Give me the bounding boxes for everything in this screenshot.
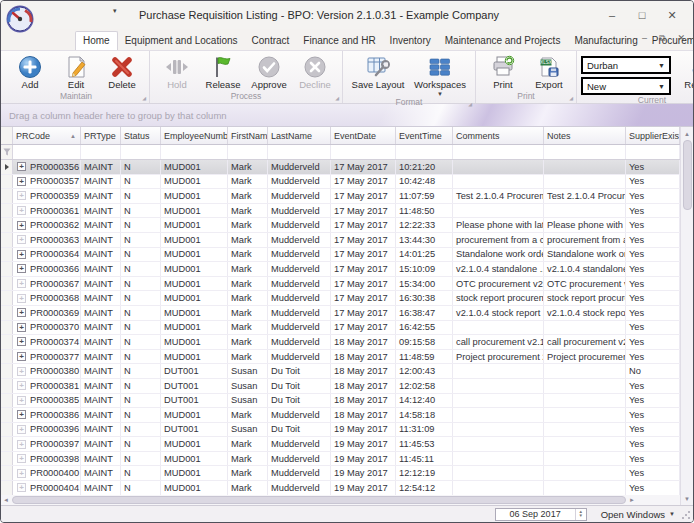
filter-cell[interactable] (268, 145, 331, 159)
filter-cell[interactable] (544, 145, 626, 159)
tab-contract[interactable]: Contract (245, 32, 297, 50)
filter-cell[interactable] (396, 145, 453, 159)
tab-equipment-and-locations[interactable]: Equipment and Locations (118, 32, 245, 50)
scroll-up-icon[interactable]: ▲ (681, 127, 694, 140)
expand-row-icon[interactable]: + (17, 177, 26, 186)
column-header-eventtime[interactable]: EventTime (396, 127, 453, 144)
minimize-button[interactable]: – (597, 4, 627, 26)
table-row[interactable]: +PR0000356 MAINT N MUD001 Mark Muddervel… (1, 160, 680, 175)
save-layout-button[interactable]: Save Layout (347, 53, 409, 90)
table-row[interactable]: +PR0000370 MAINT N MUD001 Mark Muddervel… (1, 321, 680, 336)
vertical-scrollbar[interactable]: ▲ ▼ (680, 127, 693, 505)
workspaces-button[interactable]: Workspaces ▼ (409, 53, 471, 97)
horizontal-scrollbar[interactable]: ◄ ► (1, 495, 637, 505)
expand-row-icon[interactable]: + (17, 294, 26, 303)
expand-row-icon[interactable]: + (17, 264, 26, 273)
expand-row-icon[interactable]: + (17, 483, 26, 492)
filter-cell[interactable] (453, 145, 544, 159)
ribbon-minimize-icon[interactable]: – (642, 33, 647, 44)
expand-row-icon[interactable]: + (17, 396, 26, 405)
filter-cell[interactable] (81, 145, 121, 159)
table-row[interactable]: +PR0000363 MAINT N MUD001 Mark Muddervel… (1, 233, 680, 248)
expand-row-icon[interactable]: + (17, 469, 26, 478)
ribbon-close-icon[interactable]: ✕ (677, 33, 685, 44)
column-header-employeenumber[interactable]: EmployeeNumber (161, 127, 228, 144)
edit-button[interactable]: Edit (53, 53, 99, 90)
quick-access-dropdown-icon[interactable]: ▾ (113, 7, 117, 15)
expand-row-icon[interactable]: + (17, 279, 26, 288)
expand-row-icon[interactable]: + (17, 221, 26, 230)
table-row[interactable]: +PR0000362 MAINT N MUD001 Mark Muddervel… (1, 218, 680, 233)
table-row[interactable]: +PR0000366 MAINT N MUD001 Mark Muddervel… (1, 262, 680, 277)
add-button[interactable]: Add (7, 53, 53, 90)
date-picker[interactable]: 06 Sep 2017 ▲▼ (495, 508, 587, 521)
dialog-launcher-icon[interactable]: ◢ (468, 101, 472, 107)
table-row[interactable]: +PR0000404 MAINT N MUD001 Mark Muddervel… (1, 481, 680, 495)
tab-home[interactable]: Home (75, 31, 118, 50)
export-button[interactable]: XLSX Export (526, 53, 572, 90)
table-row[interactable]: +PR0000357 MAINT N MUD001 Mark Muddervel… (1, 175, 680, 190)
expand-row-icon[interactable]: + (17, 381, 26, 390)
column-header-prcode[interactable]: PRCode▲ (13, 127, 81, 144)
filter-cell[interactable] (626, 145, 680, 159)
refresh-button[interactable]: Refresh (679, 53, 694, 90)
expand-row-icon[interactable]: + (17, 440, 26, 449)
horizontal-scroll-thumb[interactable] (12, 496, 626, 504)
expand-row-icon[interactable]: + (17, 367, 26, 376)
table-row[interactable]: +PR0000398 MAINT N MUD001 Mark Muddervel… (1, 452, 680, 467)
table-row[interactable]: +PR0000369 MAINT N MUD001 Mark Muddervel… (1, 306, 680, 321)
table-row[interactable]: +PR0000386 MAINT N MUD001 Mark Muddervel… (1, 408, 680, 423)
column-header-status[interactable]: Status (121, 127, 161, 144)
release-button[interactable]: Release (200, 53, 246, 90)
expand-row-icon[interactable]: + (17, 410, 26, 419)
table-row[interactable]: +PR0000359 MAINT N MUD001 Mark Muddervel… (1, 189, 680, 204)
expand-row-icon[interactable]: + (17, 337, 26, 346)
tab-manufacturing[interactable]: Manufacturing (567, 32, 644, 50)
expand-row-icon[interactable]: + (17, 352, 26, 361)
expand-row-icon[interactable]: + (17, 454, 26, 463)
filter-cell[interactable] (13, 145, 81, 159)
expand-row-icon[interactable]: + (17, 323, 26, 332)
print-button[interactable]: Print (480, 53, 526, 90)
table-row[interactable]: +PR0000400 MAINT N MUD001 Mark Muddervel… (1, 466, 680, 481)
dialog-launcher-icon[interactable]: ◢ (142, 95, 146, 101)
open-windows-button[interactable]: Open Windows ▼ (601, 509, 675, 520)
column-header-comments[interactable]: Comments (453, 127, 544, 144)
table-row[interactable]: +PR0000385 MAINT N DUT001 Susan Du Toit … (1, 394, 680, 409)
table-row[interactable]: +PR0000368 MAINT N MUD001 Mark Muddervel… (1, 291, 680, 306)
delete-button[interactable]: Delete (99, 53, 145, 90)
table-row[interactable]: +PR0000367 MAINT N MUD001 Mark Muddervel… (1, 277, 680, 292)
column-header-notes[interactable]: Notes (544, 127, 626, 144)
dialog-launcher-icon[interactable]: ◢ (335, 95, 339, 101)
status-combobox[interactable]: New ▼ (581, 77, 671, 95)
column-header-firstname[interactable]: FirstName (228, 127, 268, 144)
close-button[interactable]: ✕ (657, 4, 687, 26)
expand-row-icon[interactable]: + (17, 162, 26, 171)
expand-row-icon[interactable]: + (17, 206, 26, 215)
grid-filter-row[interactable] (1, 145, 680, 160)
column-header-supplierexist[interactable]: SupplierExist (626, 127, 680, 144)
filter-cell[interactable] (228, 145, 268, 159)
tab-maintenance-and-projects[interactable]: Maintenance and Projects (438, 32, 568, 50)
maximize-button[interactable]: □ (627, 4, 657, 26)
table-row[interactable]: +PR0000397 MAINT N MUD001 Mark Muddervel… (1, 437, 680, 452)
table-row[interactable]: +PR0000364 MAINT N MUD001 Mark Muddervel… (1, 248, 680, 263)
tab-inventory[interactable]: Inventory (383, 32, 438, 50)
vertical-scroll-thumb[interactable] (683, 140, 692, 210)
resize-grip[interactable] (681, 510, 691, 520)
table-row[interactable]: +PR0000374 MAINT N MUD001 Mark Muddervel… (1, 335, 680, 350)
column-header-prtype[interactable]: PRType (81, 127, 121, 144)
site-combobox[interactable]: Durban ▼ (581, 56, 671, 74)
scroll-right-icon[interactable]: ► (627, 497, 637, 503)
table-row[interactable]: +PR0000380 MAINT N DUT001 Susan Du Toit … (1, 364, 680, 379)
table-row[interactable]: +PR0000381 MAINT N DUT001 Susan Du Toit … (1, 379, 680, 394)
filter-cell[interactable] (121, 145, 161, 159)
expand-row-icon[interactable]: + (17, 235, 26, 244)
table-row[interactable]: +PR0000361 MAINT N MUD001 Mark Muddervel… (1, 204, 680, 219)
ribbon-restore-icon[interactable]: ⧉ (659, 33, 665, 44)
date-spinner[interactable]: ▲▼ (575, 509, 586, 520)
table-row[interactable]: +PR0000396 MAINT N DUT001 Susan Du Toit … (1, 423, 680, 438)
filter-cell[interactable] (331, 145, 396, 159)
expand-row-icon[interactable]: + (17, 425, 26, 434)
scroll-down-icon[interactable]: ▼ (681, 492, 694, 505)
